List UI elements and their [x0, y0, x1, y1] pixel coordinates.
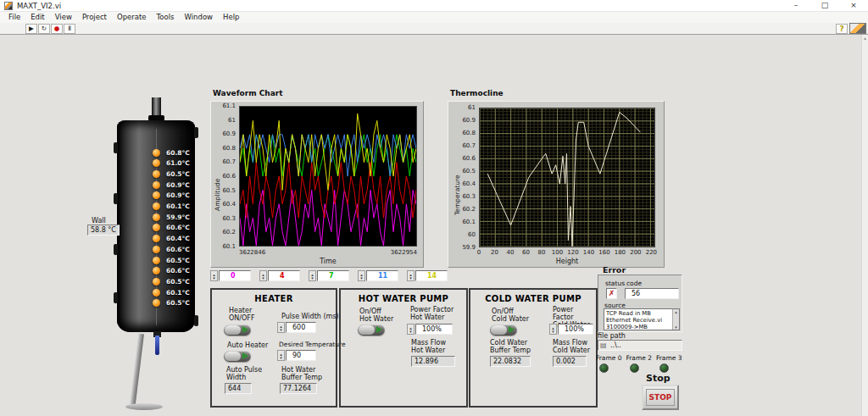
cold-power-factor-input[interactable]: 100% [558, 324, 593, 335]
error-code-field: 56 [625, 288, 679, 299]
error-source-box: TCP Read in MBEthernet Receive.vi3100009… [604, 308, 680, 330]
y-tick-label: 60.7 [462, 142, 476, 149]
spinner-arrows-icon[interactable]: ▴▾ [549, 324, 557, 335]
x-tick-label: 120 [567, 249, 578, 256]
spinner-arrows-icon[interactable]: ▴▾ [277, 322, 285, 333]
file-path-value[interactable]: ..\.. [610, 341, 621, 349]
spinner-arrows-icon[interactable]: ▴▾ [210, 270, 218, 281]
menu-project[interactable]: Project [77, 12, 112, 23]
vertical-scrollbar[interactable]: ▴ [861, 35, 868, 416]
channel-value[interactable]: 11 [366, 270, 398, 281]
source-scrollbar[interactable]: ▴▾ [672, 309, 679, 330]
auto-pulse-indicator: 644 [225, 383, 252, 394]
x-tick-label: 100 [552, 249, 563, 256]
menu-window[interactable]: Window [180, 12, 219, 23]
channel-value[interactable]: 7 [317, 270, 349, 281]
menu-file[interactable]: File [3, 12, 25, 23]
tank-sensor-14: 60.5°C [153, 299, 190, 308]
run-button[interactable]: ▶ [25, 24, 37, 34]
spinner-arrows-icon[interactable]: ▴▾ [259, 270, 267, 281]
x-tick-label: 160 [598, 249, 609, 256]
sensor-led-icon [153, 170, 160, 178]
cold-pump-switch[interactable] [490, 324, 517, 336]
spinner-arrows-icon[interactable]: ▴▾ [277, 350, 285, 361]
error-status-label: status [605, 280, 625, 287]
y-tick-label: 61 [228, 117, 236, 124]
y-tick-label: 60.4 [222, 201, 236, 208]
y-tick-label: 60.6 [462, 155, 476, 162]
frame-label: Frame 0 [596, 354, 622, 362]
thermocline-y-label: Temperature [453, 148, 461, 241]
context-help-button[interactable]: ? [836, 24, 848, 34]
tank-flange [114, 193, 118, 204]
heater-onoff-switch[interactable] [224, 324, 251, 336]
path-browse-icon[interactable]: ▤ [600, 341, 607, 350]
thermocline-plot [479, 108, 655, 247]
spinner-arrows-icon[interactable]: ▴▾ [407, 270, 415, 281]
x-tick-label: 0 [477, 249, 481, 256]
menu-help[interactable]: Help [218, 12, 244, 23]
abort-button[interactable]: ● [51, 24, 63, 34]
file-path-control[interactable]: ▤ ..\.. [598, 340, 682, 351]
pulse-width-input[interactable]: 600 [286, 322, 316, 333]
sensor-led-icon [153, 278, 160, 286]
sensor-led-icon [153, 149, 160, 157]
y-tick-label: 60.4 [462, 180, 476, 187]
thermocline-x-label: Height [479, 258, 655, 265]
waveform-chart-title: Waveform Chart [213, 89, 283, 97]
hot-power-factor-input[interactable]: 100% [415, 324, 453, 335]
tank-sensor-2: 60.5°C [153, 169, 190, 178]
sensor-temp: 60.5°C [166, 257, 190, 264]
labview-logo-icon [849, 23, 866, 34]
channel-value[interactable]: 14 [415, 270, 448, 281]
sensor-led-icon [153, 257, 160, 264]
spinner-arrows-icon[interactable]: ▴▾ [358, 270, 365, 281]
menu-view[interactable]: View [50, 12, 77, 23]
stop-label: Stop [646, 373, 670, 384]
maximize-button[interactable]: □ [815, 0, 834, 11]
close-button[interactable]: × [844, 0, 863, 11]
menu-edit[interactable]: Edit [25, 12, 49, 23]
tank-sensor-11: 60.6°C [153, 267, 190, 275]
blue-probe [155, 336, 159, 355]
auto-heater-switch[interactable] [224, 351, 251, 362]
minimize-button[interactable]: – [787, 0, 805, 11]
scroll-up-icon[interactable]: ▴ [673, 309, 679, 314]
channel-value[interactable]: 0 [219, 270, 251, 281]
sensor-temp: 60.1°C [166, 202, 190, 210]
hot-pump-switch[interactable] [358, 324, 385, 336]
tank-sensor-13: 60.1°C [153, 288, 190, 297]
labview-app-icon [4, 2, 13, 10]
spinner-arrows-icon[interactable]: ▴▾ [407, 324, 415, 335]
error-cluster: status code ✗ 56 source TCP Read in MBEt… [598, 275, 682, 332]
sensor-led-icon [153, 202, 160, 210]
menu-operate[interactable]: Operate [112, 12, 152, 23]
sensor-temp: 60.5°C [166, 278, 190, 286]
toolbar: ? ▶↻●Ⅱ [0, 23, 868, 35]
tank-sensor-1: 61.0°C [153, 159, 190, 168]
y-tick-label: 60.2 [462, 206, 476, 213]
menu-bar: FileEditViewProjectOperateToolsWindowHel… [0, 12, 868, 23]
pause-button[interactable]: Ⅱ [64, 24, 75, 34]
desired-temp-input[interactable]: 90 [286, 350, 316, 361]
channel-value[interactable]: 4 [268, 270, 300, 281]
spinner-arrows-icon[interactable]: ▴▾ [309, 270, 316, 281]
switch-green-arrow-icon [242, 326, 248, 333]
thermocline-chart-title: Thermocline [450, 89, 504, 97]
switch-knob [225, 352, 241, 361]
run-continuously-button[interactable]: ↻ [38, 24, 50, 34]
thermocline-chart: 6160.960.860.760.660.560.460.360.260.160… [448, 101, 665, 268]
switch-green-arrow-icon [242, 352, 248, 359]
wall-temp-indicator: 58.8 °C [87, 225, 120, 236]
x-tick-label: 80 [537, 249, 545, 256]
hot-power-factor-label: Power Factor Hot Water [410, 306, 453, 321]
cold-water-pump-panel: COLD WATER PUMP On/Off Cold Water Power … [469, 288, 598, 408]
stop-button[interactable]: STOP [642, 385, 679, 410]
scroll-down-icon[interactable]: ▾ [673, 324, 679, 330]
frame-label: Frame 2 [626, 354, 653, 362]
sensor-temp: 60.6°C [166, 246, 190, 253]
menu-tools[interactable]: Tools [152, 12, 180, 23]
scroll-up-icon[interactable]: ▴ [862, 35, 868, 42]
tank-sensor-12: 60.5°C [153, 277, 190, 286]
sensor-temp: 59.9°C [166, 214, 190, 221]
